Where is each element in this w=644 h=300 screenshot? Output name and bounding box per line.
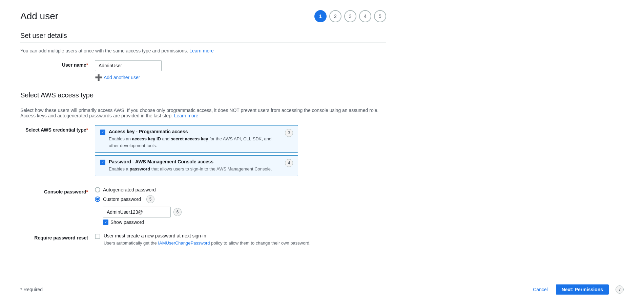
page-wrapper: Add user 1 2 3 4 5 Set user details You … [0, 0, 644, 300]
credential-type-label: Select AWS credential type* [20, 125, 95, 133]
show-password-checkbox[interactable]: ✓ [103, 220, 108, 225]
username-input[interactable] [95, 60, 162, 71]
autogenerated-radio[interactable] [95, 187, 100, 192]
page-header: Add user 1 2 3 4 5 [20, 10, 386, 22]
step-5[interactable]: 5 [374, 10, 386, 22]
callout-5: 5 [146, 195, 154, 203]
custom-radio-option[interactable]: Custom password 5 [95, 195, 386, 203]
console-password-label: Console password* [20, 187, 95, 194]
console-content: Password - AWS Management Console access… [109, 159, 279, 172]
console-password-row: Console password* Autogenerated password [20, 187, 386, 225]
section1-description: You can add multiple users at once with … [20, 48, 386, 53]
add-another-user-link[interactable]: ➕ Add another user [95, 74, 140, 80]
programmatic-title: Access key - Programmatic access [109, 129, 279, 134]
reset-title: User must create a new password at next … [104, 233, 386, 238]
step-4[interactable]: 4 [359, 10, 371, 22]
main-content: Add user 1 2 3 4 5 Set user details You … [0, 0, 407, 279]
cancel-button[interactable]: Cancel [529, 285, 552, 294]
username-label: User name* [20, 60, 95, 68]
required-note: * Required [20, 287, 43, 292]
add-icon: ➕ [95, 74, 102, 80]
custom-label: Custom password [103, 197, 141, 202]
require-reset-checkbox[interactable] [95, 234, 100, 239]
step-2[interactable]: 2 [329, 10, 341, 22]
iam-policy-link[interactable]: IAMUserChangePassword [158, 240, 210, 246]
username-input-wrapper [95, 60, 386, 71]
callout-6: 6 [173, 208, 182, 216]
require-reset-row: Require password reset User must create … [20, 233, 386, 247]
show-password-label[interactable]: Show password [110, 220, 144, 225]
password-radio-group: Autogenerated password Custom password 5 [95, 187, 386, 203]
require-reset-label: Require password reset [20, 233, 95, 240]
learn-more-link-2[interactable]: Learn more [174, 113, 199, 118]
step-3[interactable]: 3 [344, 10, 356, 22]
callout-4: 4 [285, 159, 293, 167]
programmatic-desc: Enables an access key ID and secret acce… [109, 136, 279, 149]
programmatic-content: Access key - Programmatic access Enables… [109, 129, 279, 149]
section1-divider [20, 42, 386, 43]
console-desc: Enables a password that allows users to … [109, 166, 279, 172]
show-password-row: ✓ Show password [103, 220, 386, 225]
aws-section: Select AWS access type Select how these … [20, 91, 386, 246]
require-reset-content: User must create a new password at next … [95, 233, 386, 247]
console-checkbox[interactable]: ✓ [100, 160, 105, 165]
footer-actions: Cancel Next: Permissions 7 [529, 284, 624, 295]
console-password-section: Console password* Autogenerated password [20, 187, 386, 225]
programmatic-checkbox[interactable]: ✓ [100, 130, 105, 135]
footer: * Required Cancel Next: Permissions 7 [0, 279, 644, 300]
section2-divider [20, 102, 386, 102]
custom-radio[interactable] [95, 197, 100, 202]
step-1[interactable]: 1 [314, 10, 327, 22]
autogenerated-radio-option[interactable]: Autogenerated password [95, 187, 386, 192]
next-permissions-button[interactable]: Next: Permissions [556, 284, 609, 295]
console-access-option[interactable]: ✓ Password - AWS Management Console acce… [95, 155, 298, 176]
reset-checkbox-row: User must create a new password at next … [95, 233, 386, 247]
custom-password-field: 6 [103, 207, 386, 217]
require-reset-section: Require password reset User must create … [20, 233, 386, 247]
username-row: User name* ➕ Add another user [20, 60, 386, 80]
console-title: Password - AWS Management Console access [109, 159, 279, 164]
learn-more-link-1[interactable]: Learn more [189, 48, 214, 53]
callout-3: 3 [285, 129, 293, 137]
reset-desc: Users automatically get the IAMUserChang… [104, 240, 386, 247]
step-indicators: 1 2 3 4 5 [314, 10, 386, 22]
credential-options: ✓ Access key - Programmatic access Enabl… [95, 125, 386, 179]
autogenerated-label: Autogenerated password [103, 187, 156, 192]
section1-title: Set user details [20, 32, 386, 40]
console-password-content: Autogenerated password Custom password 5 [95, 187, 386, 225]
callout-7: 7 [616, 285, 624, 294]
section2-title: Select AWS access type [20, 91, 386, 99]
reset-text-content: User must create a new password at next … [104, 233, 386, 247]
credential-type-row: Select AWS credential type* ✓ Access key… [20, 125, 386, 179]
programmatic-access-option[interactable]: ✓ Access key - Programmatic access Enabl… [95, 125, 298, 153]
section2-description: Select how these users will primarily ac… [20, 108, 386, 118]
password-input[interactable] [103, 207, 171, 217]
username-content: ➕ Add another user [95, 60, 386, 80]
page-title: Add user [20, 11, 58, 22]
